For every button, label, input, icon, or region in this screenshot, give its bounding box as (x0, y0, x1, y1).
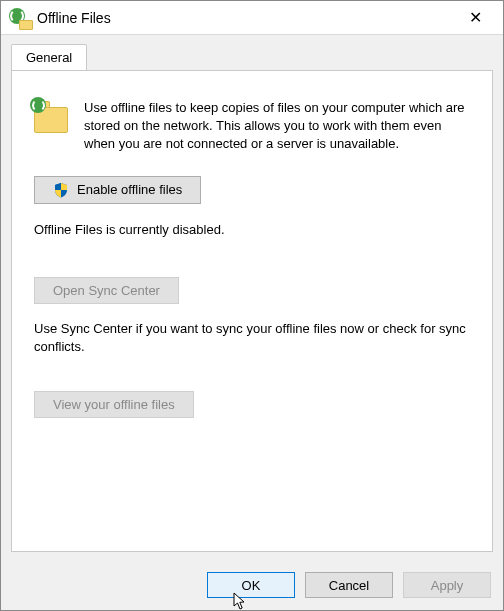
dialog-button-bar: OK Cancel Apply (1, 560, 503, 610)
status-text: Offline Files is currently disabled. (34, 222, 470, 237)
view-offline-files-button: View your offline files (34, 391, 194, 418)
sync-center-helper-text: Use Sync Center if you want to sync your… (34, 320, 470, 358)
close-icon: ✕ (469, 8, 482, 27)
enable-offline-files-button[interactable]: Enable offline files (34, 176, 201, 204)
close-button[interactable]: ✕ (453, 3, 497, 33)
open-sync-center-label: Open Sync Center (53, 283, 160, 298)
offline-files-icon (9, 8, 29, 28)
cancel-button[interactable]: Cancel (305, 572, 393, 598)
uac-shield-icon (53, 182, 69, 198)
window-title: Offline Files (37, 10, 111, 26)
tab-general-label: General (26, 50, 72, 65)
tab-general[interactable]: General (11, 44, 87, 71)
offline-files-dialog: Offline Files ✕ General Use offline file… (0, 0, 504, 611)
enable-offline-files-label: Enable offline files (77, 182, 182, 197)
offline-folder-icon (34, 101, 70, 133)
apply-button: Apply (403, 572, 491, 598)
ok-button[interactable]: OK (207, 572, 295, 598)
tab-panel-general: Use offline files to keep copies of file… (11, 70, 493, 552)
intro-row: Use offline files to keep copies of file… (34, 99, 470, 154)
intro-text: Use offline files to keep copies of file… (84, 99, 470, 154)
view-offline-files-label: View your offline files (53, 397, 175, 412)
titlebar: Offline Files ✕ (1, 1, 503, 35)
tabstrip: General (1, 35, 503, 70)
open-sync-center-button: Open Sync Center (34, 277, 179, 304)
